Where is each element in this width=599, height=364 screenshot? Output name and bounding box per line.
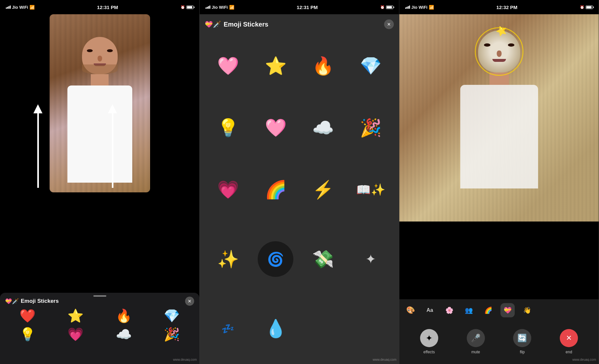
mic-icon-3: 🎤 [471, 334, 481, 343]
face-photo-1 [50, 14, 150, 192]
sticker-rainbow-2[interactable]: 🌈 [256, 163, 296, 217]
effect-tab-people-3[interactable]: 👥 [462, 303, 476, 317]
sticker-grid-1: ❤️ ⭐ 🔥 💎 💡 💗 ☁️ 🎉 [0, 308, 199, 342]
end-icon-3: ✕ [560, 329, 578, 347]
beard-1 [82, 64, 118, 74]
status-bar-3: Jio WiFi 📶 12:32 PM ⏰ [399, 0, 599, 14]
battery-icon-3 [586, 6, 593, 9]
sticker-orbit-selected-2[interactable]: 🌀 [256, 224, 296, 294]
flip-icon-3: 🔄 [513, 329, 531, 347]
mouth-3 [492, 59, 506, 62]
effects-star-icon-3: ✦ [426, 333, 433, 343]
flip-button-3[interactable]: 🔄 flip [513, 329, 531, 354]
sticker-lightning-2[interactable]: ⚡ [303, 163, 343, 217]
battery-area-2: ⏰ [380, 5, 393, 9]
mute-button-3[interactable]: 🎤 mute [467, 329, 485, 354]
battery-icon-2 [386, 6, 393, 9]
effect-tab-filter1-3[interactable]: 🌸 [442, 303, 456, 317]
sticker-heart-1[interactable]: ❤️ [5, 308, 50, 324]
sticker-hearts-2[interactable]: 💗 [208, 163, 248, 217]
sticker-cloud-1[interactable]: ☁️ [101, 327, 146, 342]
effect-tabs-row-3: 🎨 Aa 🌸 👥 🌈 💝 👋 [399, 299, 599, 319]
text-icon-3: Aa [427, 307, 433, 313]
sticker-cloud-2[interactable]: ☁️ [303, 101, 343, 155]
left-eye-3 [484, 43, 490, 47]
sticker-drop-2[interactable]: 💧 [256, 301, 296, 356]
effects-label-3: effects [423, 350, 435, 354]
bottom-controls-3: 🎨 Aa 🌸 👥 🌈 💝 👋 [399, 299, 599, 364]
left-arrowhead-1 [33, 104, 42, 113]
panel-title-emoji-2: 💝🗡️ [205, 20, 221, 28]
effects-button-3[interactable]: ✦ effects [420, 329, 438, 354]
sticker-empty1-2 [303, 301, 343, 356]
sticker-pink-heart-2[interactable]: 🩷 [208, 39, 248, 93]
sticker-stars-2[interactable]: ✦ [351, 224, 391, 294]
mute-icon-3: 🎤 [467, 329, 485, 347]
sticker-grid-full-2: 🩷 ⭐ 🔥 💎 💡 🩷 ☁️ 🎉 💗 🌈 ⚡ 📖✨ ✨ 🌀 💸 ✦ [205, 36, 394, 359]
end-label-3: end [566, 350, 572, 354]
alarm-icon-1: ⏰ [181, 5, 185, 9]
battery-area-3: ⏰ [580, 5, 593, 9]
people-icon-3: 👥 [465, 306, 473, 314]
effects-icon-3: ✦ [420, 329, 438, 347]
mute-label-3: mute [471, 350, 480, 354]
sticker-bulb-1[interactable]: 💡 [5, 327, 50, 342]
sticker-diamond-2[interactable]: 💎 [351, 39, 391, 93]
panel-close-btn-1[interactable]: ✕ [185, 297, 194, 306]
phone-screen-3: Jio WiFi 📶 12:32 PM ⏰ [399, 0, 599, 364]
alarm-icon-3: ⏰ [580, 5, 584, 9]
selected-icon-2: 🌀 [267, 251, 284, 267]
sticker-fire-2[interactable]: 🔥 [303, 39, 343, 93]
end-button-3[interactable]: ✕ end [560, 329, 578, 354]
sticker-panel-full-2: 💝🗡️ Emoji Stickers ✕ 🩷 ⭐ 🔥 💎 💡 🩷 ☁️ 🎉 💗 … [200, 14, 399, 364]
neck-3 [489, 73, 509, 85]
sticker-bulb-2[interactable]: 💡 [208, 101, 248, 155]
time-2: 12:31 PM [297, 5, 318, 10]
sticker-sparkle-2[interactable]: ✨ [208, 224, 248, 294]
wave-icon-3: 👋 [523, 306, 531, 314]
sticker-book-2[interactable]: 📖✨ [351, 163, 391, 217]
signal-icon-2 [206, 6, 210, 9]
effect-tab-text-3[interactable]: Aa [423, 303, 437, 317]
carrier-2: Jio WiFi 📶 [206, 5, 234, 10]
person-with-effect-3: ⭐ [454, 30, 545, 192]
sticker-fire-1[interactable]: 🔥 [101, 308, 146, 324]
sticker-party-1[interactable]: 🎉 [149, 327, 194, 342]
effect-tab-color-3[interactable]: 🎨 [403, 303, 417, 317]
status-bar-2: Jio WiFi 📶 12:31 PM ⏰ [200, 0, 399, 14]
sticker-diamond-1[interactable]: 💎 [149, 308, 194, 324]
filter1-icon-3: 🌸 [445, 306, 453, 314]
sticker-star-2[interactable]: ⭐ [256, 39, 296, 93]
carrier-3: Jio WiFi 📶 [405, 5, 434, 10]
sticker-money-2[interactable]: 💸 [303, 224, 343, 294]
body-3 [460, 85, 538, 188]
wifi-icon-3: 📶 [429, 5, 434, 10]
face-head-1 [82, 37, 118, 74]
neck-1 [91, 74, 109, 85]
effect-tab-wave-3[interactable]: 👋 [520, 303, 534, 317]
panel-close-btn-2[interactable]: ✕ [384, 19, 394, 29]
sticker-zzz-2[interactable]: 💤 [208, 301, 248, 356]
signal-icon-3 [405, 6, 410, 9]
selected-circle-2: 🌀 [258, 241, 293, 277]
carrier-1: Jio WiFi 📶 [6, 5, 35, 10]
signal-icon-1 [6, 6, 11, 9]
effect-tab-rainbow-3[interactable]: 🌈 [481, 303, 495, 317]
nose-3 [497, 51, 501, 57]
watermark-1: www.deuaq.com [173, 358, 197, 361]
status-bar-1: Jio WiFi 📶 12:31 PM ⏰ [0, 0, 199, 14]
sticker-party-2[interactable]: 🎉 [351, 101, 391, 155]
flip-label-3: flip [520, 350, 525, 354]
wifi-icon-1: 📶 [29, 5, 35, 10]
sticker-panel-1: 💝🗡️ Emoji Stickers ✕ ❤️ ⭐ 🔥 💎 💡 💗 ☁️ 🎉 [0, 293, 199, 364]
sticker-pink-heart-1[interactable]: 💗 [53, 327, 98, 342]
sticker-heart-2[interactable]: 🩷 [256, 101, 296, 155]
panel-title-emoji-1: 💝🗡️ [5, 298, 19, 305]
time-3: 12:32 PM [496, 5, 517, 10]
effect-tab-sticker-3[interactable]: 💝 [500, 303, 515, 317]
video-background-3: ⭐ [399, 14, 599, 222]
alarm-icon-2: ⏰ [380, 5, 385, 9]
sticker-star-1[interactable]: ⭐ [53, 308, 98, 324]
color-palette-icon-3: 🎨 [406, 306, 415, 314]
left-eye-1 [87, 49, 93, 52]
